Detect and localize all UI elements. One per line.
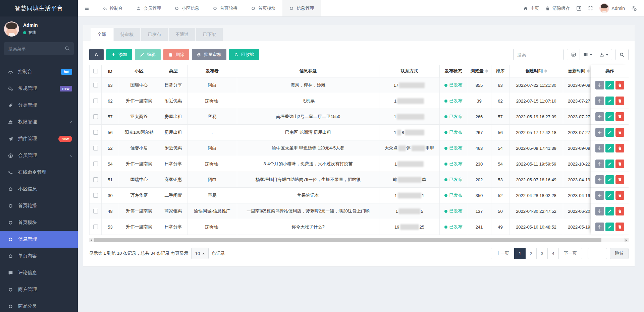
sidebar-item-member[interactable]: 会员管理< [0, 147, 78, 164]
clear-cache-button[interactable]: 清除缓存 [545, 5, 570, 11]
tab-1[interactable]: 待审核 [114, 28, 140, 41]
scroll-left-arrow[interactable] [89, 238, 94, 242]
edit-row-button[interactable] [605, 223, 614, 231]
edit-row-button[interactable] [605, 112, 614, 121]
page-button-1[interactable]: 1 [514, 248, 526, 259]
drag-sort-button[interactable] [595, 223, 604, 231]
drag-sort-button[interactable] [595, 175, 604, 184]
edit-row-button[interactable] [605, 175, 614, 184]
delete-row-button[interactable] [615, 112, 624, 121]
table-search-input[interactable] [513, 49, 564, 60]
tab-3[interactable]: 不通过 [169, 28, 195, 41]
sidebar-item-plugin[interactable]: 插件管理new [0, 130, 78, 147]
column-header-10[interactable]: 创建时间 [509, 65, 563, 77]
row-checkbox[interactable] [93, 177, 98, 182]
row-checkbox[interactable] [93, 193, 98, 198]
tab-0[interactable]: 全部 [91, 28, 113, 41]
drag-sort-button[interactable] [595, 128, 604, 137]
columns-button[interactable] [580, 49, 596, 60]
jump-button[interactable]: 跳转 [610, 248, 629, 259]
page-button-3[interactable]: 3 [536, 248, 548, 259]
sidebar-item-single-page[interactable]: 单页内容 [0, 248, 78, 264]
drag-sort-button[interactable] [595, 144, 604, 152]
sidebar-item-general[interactable]: 常规管理new [0, 80, 78, 97]
topnav-item-console[interactable]: 控制台 [96, 0, 129, 16]
delete-button[interactable]: 删除 [163, 49, 189, 60]
page-size-select[interactable]: 10 [191, 248, 209, 259]
edit-button[interactable]: 编辑 [135, 49, 161, 60]
drag-sort-button[interactable] [595, 112, 604, 121]
row-checkbox[interactable] [93, 209, 98, 213]
sidebar-item-info-manage[interactable]: 信息管理 [0, 231, 78, 248]
row-checkbox[interactable] [93, 162, 98, 166]
export-button[interactable] [596, 49, 612, 60]
detail-view-button[interactable] [567, 49, 580, 60]
scrollbar-thumb[interactable] [94, 238, 601, 242]
recycle-bin-button[interactable]: 回收站 [229, 49, 259, 60]
row-checkbox[interactable] [93, 83, 98, 87]
jump-page-input[interactable] [588, 248, 607, 259]
home-link[interactable]: 主页 [523, 5, 539, 11]
sidebar-user-panel[interactable]: Admin 在线 [0, 16, 78, 41]
edit-row-button[interactable] [605, 207, 614, 215]
next-page-button[interactable]: 下一页 [558, 248, 582, 259]
drag-sort-button[interactable] [595, 97, 604, 105]
delete-row-button[interactable] [615, 191, 624, 200]
edit-row-button[interactable] [605, 144, 614, 152]
delete-row-button[interactable] [615, 175, 624, 184]
sidebar-item-goods-category[interactable]: 商品分类 [0, 298, 78, 312]
delete-row-button[interactable] [615, 128, 624, 137]
page-button-4[interactable]: 4 [547, 248, 559, 259]
row-checkbox[interactable] [93, 146, 98, 150]
delete-row-button[interactable] [615, 223, 624, 231]
scroll-right-arrow[interactable] [624, 238, 629, 242]
user-menu[interactable]: Admin [599, 3, 625, 13]
drag-sort-button[interactable] [595, 191, 604, 200]
language-switch-button[interactable] [576, 6, 582, 11]
edit-row-button[interactable] [605, 160, 614, 168]
edit-row-button[interactable] [605, 81, 614, 89]
drag-sort-button[interactable] [595, 81, 604, 89]
row-checkbox[interactable] [93, 225, 98, 229]
sidebar-item-home-module[interactable]: 首页模块 [0, 214, 78, 231]
delete-row-button[interactable] [615, 81, 624, 89]
tab-4[interactable]: 已下架 [196, 28, 223, 41]
page-button-2[interactable]: 2 [525, 248, 537, 259]
topnav-item-member[interactable]: 会员管理 [129, 0, 168, 16]
delete-row-button[interactable] [615, 144, 624, 152]
settings-button[interactable] [631, 6, 637, 11]
edit-row-button[interactable] [605, 97, 614, 105]
batch-audit-button[interactable]: 批量审核 [192, 49, 226, 60]
delete-row-button[interactable] [615, 97, 624, 105]
row-checkbox[interactable] [93, 99, 98, 103]
fullscreen-button[interactable] [588, 6, 593, 11]
delete-row-button[interactable] [615, 207, 624, 215]
sidebar-toggle-button[interactable] [78, 0, 96, 16]
column-header-8[interactable]: 浏览量 [467, 65, 491, 77]
sidebar-item-community-info[interactable]: 小区信息 [0, 181, 78, 197]
row-checkbox[interactable] [93, 130, 98, 135]
menu-search-input[interactable] [4, 42, 74, 55]
sidebar-item-category[interactable]: 分类管理 [0, 97, 78, 114]
tab-2[interactable]: 已发布 [141, 28, 168, 41]
select-all-checkbox[interactable] [93, 69, 98, 73]
edit-row-button[interactable] [605, 191, 614, 200]
sidebar-item-command[interactable]: 在线命令管理 [0, 164, 78, 181]
topnav-item-info[interactable]: 信息管理 [282, 0, 321, 16]
sidebar-item-merchant[interactable]: 商户管理 [0, 281, 78, 298]
topnav-item-module[interactable]: 首页模块 [244, 0, 282, 16]
topnav-item-community[interactable]: 小区信息 [168, 0, 206, 16]
drag-sort-button[interactable] [595, 160, 604, 168]
drag-sort-button[interactable] [595, 207, 604, 215]
row-checkbox[interactable] [93, 114, 98, 119]
sidebar-item-console[interactable]: 控制台hot [0, 63, 78, 80]
sidebar-item-permission[interactable]: 权限管理< [0, 114, 78, 130]
sidebar-item-comments[interactable]: 评论信息 [0, 264, 78, 281]
add-button[interactable]: 添加 [106, 49, 132, 60]
topnav-item-banner[interactable]: 首页轮播 [206, 0, 244, 16]
delete-row-button[interactable] [615, 160, 624, 168]
search-toggle-button[interactable] [615, 49, 629, 60]
edit-row-button[interactable] [605, 128, 614, 137]
refresh-button[interactable] [89, 49, 104, 60]
sidebar-item-home-banner[interactable]: 首页轮播 [0, 197, 78, 214]
